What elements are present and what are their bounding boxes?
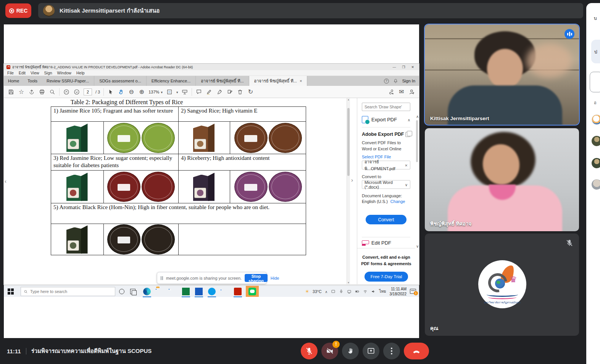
- tablet-mode-icon[interactable]: [331, 289, 335, 294]
- menu-file[interactable]: File: [7, 71, 14, 75]
- present-button[interactable]: [363, 343, 379, 359]
- tab-doc-2[interactable]: SDGs assessment o...: [94, 76, 146, 86]
- comment-icon[interactable]: [195, 89, 202, 95]
- video-tile-pichpisut[interactable]: พิชญ์พิสุทธิ์ ทิศอาจ: [425, 128, 579, 231]
- taskbar-search-box[interactable]: [21, 287, 115, 296]
- stamp-icon[interactable]: [226, 89, 233, 95]
- favorites-star-icon[interactable]: [18, 89, 25, 95]
- document-scrollbar[interactable]: [347, 98, 350, 284]
- participant-avatar[interactable]: [592, 179, 600, 190]
- wifi-icon[interactable]: [363, 289, 368, 294]
- scrollbar-thumb[interactable]: [416, 120, 418, 162]
- link-icon[interactable]: [388, 89, 395, 95]
- highlight-icon[interactable]: [206, 89, 213, 95]
- print-icon[interactable]: [39, 89, 45, 95]
- participant-avatar[interactable]: [592, 136, 600, 146]
- trash-icon[interactable]: [237, 89, 244, 95]
- mic-mute-button[interactable]: [301, 343, 318, 359]
- previous-page-icon[interactable]: [63, 89, 70, 95]
- fill-sign-icon[interactable]: [216, 89, 223, 95]
- page-number-input[interactable]: 2: [84, 89, 92, 95]
- volume-icon[interactable]: [371, 289, 376, 294]
- hide-link[interactable]: Hide: [271, 276, 279, 280]
- panel-input-box[interactable]: [590, 72, 600, 92]
- next-page-icon[interactable]: [73, 89, 80, 95]
- tab-doc-1[interactable]: Review SSRU-Paper...: [42, 76, 94, 86]
- share-icon[interactable]: [28, 89, 35, 95]
- panel-search-box[interactable]: [362, 103, 410, 111]
- zoom-out-icon[interactable]: [128, 89, 135, 95]
- camera-off-button[interactable]: !: [321, 343, 338, 359]
- tab-doc-4[interactable]: อาจารย์ พิชญ์พิสุทธิ์ ที...: [196, 76, 249, 86]
- taskbar-search-input[interactable]: [30, 289, 112, 294]
- battery-icon[interactable]: [355, 289, 360, 294]
- save-icon[interactable]: [8, 89, 15, 95]
- selected-file-chip[interactable]: อาจารย์ พิ...OPMENT.pdf: [362, 161, 410, 169]
- notification-center-icon[interactable]: 1: [410, 289, 416, 294]
- scroll-up-icon[interactable]: [416, 114, 419, 119]
- remove-file-icon[interactable]: [405, 163, 408, 168]
- tab-doc-5-active[interactable]: อาจารย์ พิชญ์พิสุทธิ์ ที...: [249, 76, 308, 86]
- hand-tool-icon[interactable]: [118, 89, 124, 95]
- menu-window[interactable]: Window: [57, 71, 71, 75]
- page-fit-caret-icon[interactable]: [176, 90, 178, 94]
- video-tile-self[interactable]: มหาวิทยาลัยราชภัฏสวนสุนันทา คุณ: [425, 234, 579, 336]
- end-call-button[interactable]: [404, 343, 429, 359]
- taskbar-clock[interactable]: 11:11 AM 3/18/2022: [390, 287, 407, 296]
- panel-collapse-icon[interactable]: [351, 177, 353, 183]
- rotate-icon[interactable]: [247, 89, 254, 95]
- acrobat-icon[interactable]: [234, 288, 242, 295]
- tray-expand-icon[interactable]: [325, 289, 328, 294]
- menu-sign[interactable]: Sign: [44, 71, 52, 75]
- participant-avatar[interactable]: [592, 158, 600, 168]
- scroll-down-icon[interactable]: [347, 282, 350, 284]
- temperature-label[interactable]: 33°C: [313, 289, 321, 294]
- participant-avatar[interactable]: [592, 114, 600, 125]
- find-icon[interactable]: [49, 89, 56, 95]
- task-view-icon[interactable]: [130, 289, 135, 294]
- free-trial-button[interactable]: Free 7-Day Trial: [365, 272, 408, 282]
- edit-pdf-section-header[interactable]: Edit PDF: [362, 240, 410, 246]
- skype-icon[interactable]: [208, 288, 216, 295]
- weather-icon[interactable]: [305, 289, 309, 294]
- page-fit-icon[interactable]: [166, 89, 173, 95]
- maximize-button[interactable]: [402, 65, 405, 69]
- help-icon[interactable]: [384, 79, 389, 84]
- chevron-up-icon[interactable]: [408, 117, 410, 122]
- sign-in-button[interactable]: Sign In: [402, 79, 415, 83]
- menu-edit[interactable]: Edit: [19, 71, 26, 75]
- snip-icon[interactable]: [347, 289, 352, 294]
- excel-icon[interactable]: [182, 288, 190, 295]
- stop-sharing-button[interactable]: Stop sharing: [245, 274, 268, 282]
- tab-tools[interactable]: Tools: [23, 76, 42, 86]
- panel-scrollbar[interactable]: [415, 114, 419, 248]
- nav-collapse-icon[interactable]: [5, 178, 6, 184]
- zoom-level-select[interactable]: 137%: [148, 90, 163, 94]
- tab-close-icon[interactable]: [300, 79, 302, 83]
- email-icon[interactable]: [398, 89, 405, 95]
- close-button[interactable]: [411, 65, 414, 69]
- format-select[interactable]: Microsoft Word (*.docx): [362, 180, 410, 189]
- tab-doc-3[interactable]: Efficiency Enhance...: [147, 76, 196, 86]
- zoom-in-icon[interactable]: [138, 89, 145, 95]
- tab-home[interactable]: Home: [4, 76, 23, 86]
- menu-view[interactable]: View: [31, 71, 39, 75]
- scroll-down-icon[interactable]: [416, 244, 419, 248]
- read-mode-icon[interactable]: [181, 89, 188, 95]
- edge-icon[interactable]: [143, 288, 151, 295]
- start-button[interactable]: [8, 288, 14, 295]
- bell-icon[interactable]: [393, 79, 398, 84]
- more-options-button[interactable]: [383, 343, 400, 359]
- scroll-up-icon[interactable]: [347, 98, 350, 101]
- cortana-icon[interactable]: [119, 289, 124, 294]
- convert-button[interactable]: Convert: [366, 215, 406, 224]
- scrollbar-thumb[interactable]: [347, 108, 350, 176]
- line-icon[interactable]: [248, 288, 256, 295]
- language-indicator[interactable]: ไทย: [379, 288, 386, 295]
- panel-search-input[interactable]: [362, 105, 410, 109]
- word-icon[interactable]: [195, 288, 203, 295]
- change-language-link[interactable]: Change: [390, 199, 405, 204]
- video-tile-kittisak[interactable]: Kittisak Jermsittiparsert: [425, 24, 579, 125]
- account-icon[interactable]: [408, 89, 415, 95]
- select-tool-icon[interactable]: [107, 89, 114, 95]
